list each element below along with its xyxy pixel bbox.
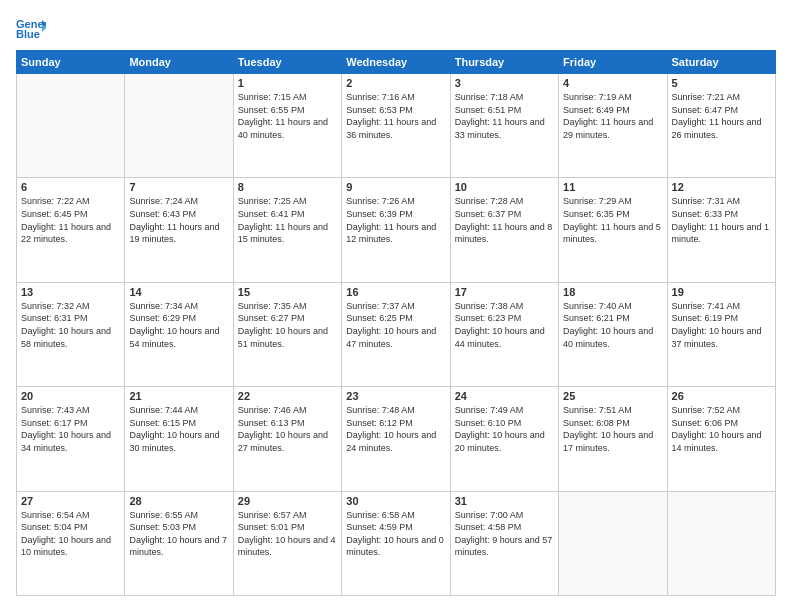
day-number: 4 <box>563 77 662 89</box>
calendar-cell: 29Sunrise: 6:57 AMSunset: 5:01 PMDayligh… <box>233 491 341 595</box>
day-number: 23 <box>346 390 445 402</box>
weekday-header-monday: Monday <box>125 51 233 74</box>
day-number: 1 <box>238 77 337 89</box>
week-row-3: 20Sunrise: 7:43 AMSunset: 6:17 PMDayligh… <box>17 387 776 491</box>
calendar-cell <box>667 491 775 595</box>
calendar-cell: 23Sunrise: 7:48 AMSunset: 6:12 PMDayligh… <box>342 387 450 491</box>
calendar-page: General Blue SundayMondayTuesdayWednesda… <box>0 0 792 612</box>
day-number: 10 <box>455 181 554 193</box>
calendar-cell: 8Sunrise: 7:25 AMSunset: 6:41 PMDaylight… <box>233 178 341 282</box>
day-number: 14 <box>129 286 228 298</box>
day-number: 13 <box>21 286 120 298</box>
calendar-cell: 12Sunrise: 7:31 AMSunset: 6:33 PMDayligh… <box>667 178 775 282</box>
week-row-1: 6Sunrise: 7:22 AMSunset: 6:45 PMDaylight… <box>17 178 776 282</box>
week-row-2: 13Sunrise: 7:32 AMSunset: 6:31 PMDayligh… <box>17 282 776 386</box>
calendar-cell: 22Sunrise: 7:46 AMSunset: 6:13 PMDayligh… <box>233 387 341 491</box>
calendar-cell: 30Sunrise: 6:58 AMSunset: 4:59 PMDayligh… <box>342 491 450 595</box>
calendar-cell: 14Sunrise: 7:34 AMSunset: 6:29 PMDayligh… <box>125 282 233 386</box>
day-number: 2 <box>346 77 445 89</box>
calendar-cell: 7Sunrise: 7:24 AMSunset: 6:43 PMDaylight… <box>125 178 233 282</box>
day-number: 19 <box>672 286 771 298</box>
week-row-4: 27Sunrise: 6:54 AMSunset: 5:04 PMDayligh… <box>17 491 776 595</box>
day-number: 6 <box>21 181 120 193</box>
cell-info: Sunrise: 7:19 AMSunset: 6:49 PMDaylight:… <box>563 91 662 141</box>
day-number: 27 <box>21 495 120 507</box>
day-number: 16 <box>346 286 445 298</box>
cell-info: Sunrise: 7:24 AMSunset: 6:43 PMDaylight:… <box>129 195 228 245</box>
cell-info: Sunrise: 7:41 AMSunset: 6:19 PMDaylight:… <box>672 300 771 350</box>
cell-info: Sunrise: 7:26 AMSunset: 6:39 PMDaylight:… <box>346 195 445 245</box>
day-number: 7 <box>129 181 228 193</box>
weekday-header-wednesday: Wednesday <box>342 51 450 74</box>
weekday-header-row: SundayMondayTuesdayWednesdayThursdayFrid… <box>17 51 776 74</box>
calendar-table: SundayMondayTuesdayWednesdayThursdayFrid… <box>16 50 776 596</box>
day-number: 31 <box>455 495 554 507</box>
cell-info: Sunrise: 7:25 AMSunset: 6:41 PMDaylight:… <box>238 195 337 245</box>
calendar-cell: 9Sunrise: 7:26 AMSunset: 6:39 PMDaylight… <box>342 178 450 282</box>
day-number: 5 <box>672 77 771 89</box>
day-number: 28 <box>129 495 228 507</box>
calendar-cell: 15Sunrise: 7:35 AMSunset: 6:27 PMDayligh… <box>233 282 341 386</box>
day-number: 30 <box>346 495 445 507</box>
calendar-cell: 16Sunrise: 7:37 AMSunset: 6:25 PMDayligh… <box>342 282 450 386</box>
cell-info: Sunrise: 6:55 AMSunset: 5:03 PMDaylight:… <box>129 509 228 559</box>
calendar-cell <box>559 491 667 595</box>
cell-info: Sunrise: 7:16 AMSunset: 6:53 PMDaylight:… <box>346 91 445 141</box>
cell-info: Sunrise: 7:15 AMSunset: 6:55 PMDaylight:… <box>238 91 337 141</box>
cell-info: Sunrise: 7:00 AMSunset: 4:58 PMDaylight:… <box>455 509 554 559</box>
cell-info: Sunrise: 7:37 AMSunset: 6:25 PMDaylight:… <box>346 300 445 350</box>
logo-icon: General Blue <box>16 16 46 40</box>
calendar-cell: 11Sunrise: 7:29 AMSunset: 6:35 PMDayligh… <box>559 178 667 282</box>
cell-info: Sunrise: 7:44 AMSunset: 6:15 PMDaylight:… <box>129 404 228 454</box>
cell-info: Sunrise: 7:31 AMSunset: 6:33 PMDaylight:… <box>672 195 771 245</box>
cell-info: Sunrise: 7:22 AMSunset: 6:45 PMDaylight:… <box>21 195 120 245</box>
calendar-cell: 19Sunrise: 7:41 AMSunset: 6:19 PMDayligh… <box>667 282 775 386</box>
cell-info: Sunrise: 6:58 AMSunset: 4:59 PMDaylight:… <box>346 509 445 559</box>
calendar-cell: 6Sunrise: 7:22 AMSunset: 6:45 PMDaylight… <box>17 178 125 282</box>
cell-info: Sunrise: 7:38 AMSunset: 6:23 PMDaylight:… <box>455 300 554 350</box>
cell-info: Sunrise: 7:52 AMSunset: 6:06 PMDaylight:… <box>672 404 771 454</box>
cell-info: Sunrise: 7:35 AMSunset: 6:27 PMDaylight:… <box>238 300 337 350</box>
day-number: 15 <box>238 286 337 298</box>
day-number: 18 <box>563 286 662 298</box>
cell-info: Sunrise: 7:18 AMSunset: 6:51 PMDaylight:… <box>455 91 554 141</box>
day-number: 22 <box>238 390 337 402</box>
calendar-cell: 5Sunrise: 7:21 AMSunset: 6:47 PMDaylight… <box>667 74 775 178</box>
header: General Blue <box>16 16 776 40</box>
cell-info: Sunrise: 7:49 AMSunset: 6:10 PMDaylight:… <box>455 404 554 454</box>
calendar-cell: 10Sunrise: 7:28 AMSunset: 6:37 PMDayligh… <box>450 178 558 282</box>
calendar-cell: 3Sunrise: 7:18 AMSunset: 6:51 PMDaylight… <box>450 74 558 178</box>
calendar-cell: 25Sunrise: 7:51 AMSunset: 6:08 PMDayligh… <box>559 387 667 491</box>
day-number: 24 <box>455 390 554 402</box>
day-number: 8 <box>238 181 337 193</box>
cell-info: Sunrise: 7:40 AMSunset: 6:21 PMDaylight:… <box>563 300 662 350</box>
week-row-0: 1Sunrise: 7:15 AMSunset: 6:55 PMDaylight… <box>17 74 776 178</box>
svg-text:Blue: Blue <box>16 28 40 40</box>
cell-info: Sunrise: 7:34 AMSunset: 6:29 PMDaylight:… <box>129 300 228 350</box>
cell-info: Sunrise: 7:43 AMSunset: 6:17 PMDaylight:… <box>21 404 120 454</box>
cell-info: Sunrise: 7:48 AMSunset: 6:12 PMDaylight:… <box>346 404 445 454</box>
calendar-cell: 26Sunrise: 7:52 AMSunset: 6:06 PMDayligh… <box>667 387 775 491</box>
calendar-cell: 1Sunrise: 7:15 AMSunset: 6:55 PMDaylight… <box>233 74 341 178</box>
calendar-cell: 4Sunrise: 7:19 AMSunset: 6:49 PMDaylight… <box>559 74 667 178</box>
cell-info: Sunrise: 7:29 AMSunset: 6:35 PMDaylight:… <box>563 195 662 245</box>
calendar-cell: 18Sunrise: 7:40 AMSunset: 6:21 PMDayligh… <box>559 282 667 386</box>
calendar-cell: 17Sunrise: 7:38 AMSunset: 6:23 PMDayligh… <box>450 282 558 386</box>
weekday-header-saturday: Saturday <box>667 51 775 74</box>
day-number: 17 <box>455 286 554 298</box>
cell-info: Sunrise: 7:32 AMSunset: 6:31 PMDaylight:… <box>21 300 120 350</box>
cell-info: Sunrise: 7:46 AMSunset: 6:13 PMDaylight:… <box>238 404 337 454</box>
day-number: 9 <box>346 181 445 193</box>
day-number: 3 <box>455 77 554 89</box>
logo: General Blue <box>16 16 50 40</box>
day-number: 25 <box>563 390 662 402</box>
calendar-cell <box>125 74 233 178</box>
weekday-header-sunday: Sunday <box>17 51 125 74</box>
calendar-cell: 20Sunrise: 7:43 AMSunset: 6:17 PMDayligh… <box>17 387 125 491</box>
weekday-header-thursday: Thursday <box>450 51 558 74</box>
calendar-cell: 2Sunrise: 7:16 AMSunset: 6:53 PMDaylight… <box>342 74 450 178</box>
calendar-cell: 27Sunrise: 6:54 AMSunset: 5:04 PMDayligh… <box>17 491 125 595</box>
calendar-cell: 24Sunrise: 7:49 AMSunset: 6:10 PMDayligh… <box>450 387 558 491</box>
weekday-header-friday: Friday <box>559 51 667 74</box>
calendar-cell: 21Sunrise: 7:44 AMSunset: 6:15 PMDayligh… <box>125 387 233 491</box>
